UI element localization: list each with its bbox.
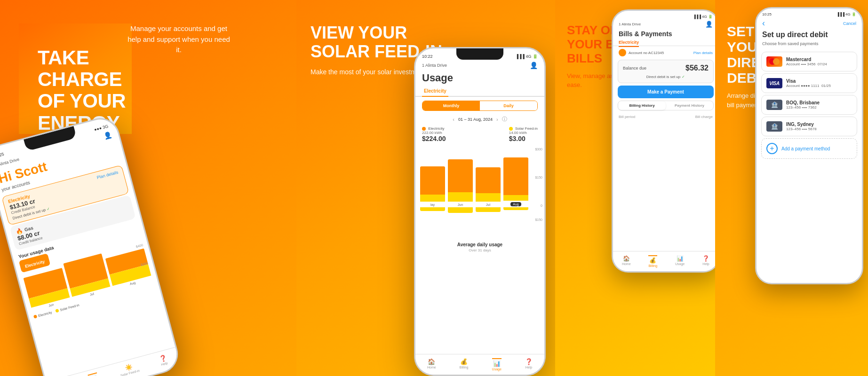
- phone4-ing-name: ING, Sydney: [786, 122, 852, 127]
- phone1-bar-jun: Jun: [24, 268, 71, 312]
- phone2-monthly-btn[interactable]: Monthly: [422, 101, 480, 110]
- phone2-time: 10:22: [422, 54, 433, 59]
- phone4-back-icon[interactable]: ‹: [762, 18, 765, 28]
- phone4-visa-info: Visa Account ●●●● 1111 01/25: [786, 78, 852, 88]
- phone2-title: Usage: [415, 70, 544, 86]
- phone3-address: 1 Alinta Drive: [619, 22, 641, 26]
- phone2-solar-amount: $3.00: [509, 135, 538, 142]
- phone2-nav-billing[interactable]: 💰 Billing: [460, 358, 469, 371]
- phone2-chart: $300 $150 0 $150 lay Jun: [415, 145, 544, 239]
- phone3-nav-billing[interactable]: 💰 Billing: [648, 255, 657, 267]
- phone3-account-no: Account no AC12345: [629, 51, 664, 55]
- phone2-date-row: ‹ 01 – 31 Aug, 2024 › ⓘ: [415, 115, 544, 124]
- phone3-nav-help[interactable]: ❓ Help: [702, 255, 709, 267]
- phone1-nav-help[interactable]: ❓ Help: [159, 354, 169, 368]
- phone3-plan-link[interactable]: Plan details: [693, 51, 713, 55]
- phone2-prev-arrow[interactable]: ‹: [453, 117, 454, 122]
- phone2-address: 1 Alinta Drive: [422, 63, 447, 68]
- phone3-account-info: Account no AC12345: [619, 49, 664, 56]
- phone3-alinta-logo: [619, 49, 626, 56]
- phone2-bottom-nav: 🏠 Home 💰 Billing 📊 Usage ❓ Help: [415, 354, 544, 375]
- phone2-bar-jul: Jul: [476, 167, 501, 206]
- phone4-bank-icon2: 🏦: [766, 121, 782, 132]
- phone4-title: Set up direct debit: [757, 29, 862, 40]
- phone1-nav-solar[interactable]: ☀️ Solar Feed-in: [118, 361, 141, 376]
- phone4-mc-info: Mastercard Account •••• 3456 07/24: [786, 57, 852, 66]
- phone2-y-max: $300: [535, 148, 542, 151]
- help-icon2: ❓: [525, 358, 533, 365]
- phone2-electricity-stat: Electricity 222.00 kWh $224.00: [422, 126, 446, 142]
- phone4-subtitle: Choose from saved payments: [757, 40, 862, 50]
- phone4-ing-info: ING, Sydney 123–456 •••• 5678: [786, 122, 852, 131]
- phone2-elec-kwh: 222.00 kWh: [422, 131, 446, 135]
- phone3-billing-history-tab[interactable]: Billing History: [618, 101, 666, 110]
- phone2-signal: ▐▐▐ 4G 🔋: [516, 54, 538, 59]
- phone3-nav-usage[interactable]: 📊 Usage: [675, 255, 685, 267]
- phone3-wrapper: ▐▐▐ 4G 🔋 1 Alinta Drive 👤 Bills & Paymen…: [612, 9, 715, 273]
- phone4-nav-bar: ‹ Cancel: [757, 16, 862, 29]
- phone1-bottom-nav: 📋 Billing 📊 Usage ☀️ Solar Feed-in ❓ Hel…: [46, 347, 181, 376]
- phone4-boq-card[interactable]: 🏦 BOQ, Brisbane 123–456 •••• 7362: [761, 95, 857, 115]
- phone2-elec-stat-label: Electricity: [422, 126, 446, 131]
- phone2-toggle-row: Monthly Daily: [422, 101, 538, 111]
- phone4-mc-num: Account •••• 3456 07/24: [786, 62, 852, 66]
- phone1-nav-usage[interactable]: 📊 Usage: [88, 372, 100, 376]
- phone3-signal: ▐▐▐ 4G 🔋: [693, 15, 713, 19]
- phone3-nav-home[interactable]: 🏠 Home: [622, 255, 631, 267]
- phone3-pay-btn[interactable]: Make a Payment: [618, 86, 714, 98]
- section-solar: VIEW YOUR SOLAR FEED-IN Make the most of…: [296, 0, 555, 376]
- phone4-ing-card[interactable]: 🏦 ING, Sydney 123–456 •••• 5678: [761, 117, 857, 136]
- phone2-electricity-tab[interactable]: Electricity: [422, 86, 448, 97]
- phone2-solar-stat-label: Solar Feed-in: [509, 126, 538, 131]
- phone1-bar-aug: Aug: [105, 248, 152, 290]
- phone2-nav-home[interactable]: 🏠 Home: [427, 358, 436, 371]
- phone2-tab-row: Electricity: [415, 86, 544, 97]
- billing-icon3: 💰: [649, 257, 656, 264]
- phone4-boq-info: BOQ, Brisbane 123–456 •••• 7362: [786, 100, 852, 110]
- phone2-nav-usage[interactable]: 📊 Usage: [492, 358, 502, 371]
- phone4-visa-card[interactable]: VISA Visa Account ●●●● 1111 01/25: [761, 73, 857, 93]
- phone4-cancel-btn[interactable]: Cancel: [843, 21, 856, 26]
- phone4-add-text: Add a payment method: [781, 146, 830, 151]
- phone2-date-range: 01 – 31 Aug, 2024: [458, 117, 493, 122]
- phone1-bar-jul: Jul: [63, 253, 111, 301]
- section-direct-debit: SET UP YOUR DIRECT DEBIT Arrange direct …: [715, 0, 868, 376]
- phone4-mastercard-icon: [766, 56, 782, 67]
- phone4-add-icon: +: [766, 143, 778, 154]
- usage-icon3: 📊: [677, 255, 684, 262]
- phone2-y-neg: $150: [535, 218, 542, 221]
- phone3-payment-history-tab[interactable]: Payment History: [666, 101, 713, 110]
- phone4: 10:25 ▐▐▐ 4G 🔋 ‹ Cancel Set up direct de…: [755, 7, 863, 284]
- phone3-balance-box: Balance due $56.32 Direct debit is set u…: [618, 60, 714, 83]
- phone2-daily-btn[interactable]: Daily: [480, 101, 537, 110]
- phone3-balance-label: Balance due: [623, 66, 646, 70]
- phone2-info-icon[interactable]: ⓘ: [502, 116, 507, 123]
- phone3-balance-row: Balance due $56.32: [623, 64, 709, 72]
- phone2-wrapper: 10:22 ▐▐▐ 4G 🔋 1 Alinta Drive 👤 Usage El…: [414, 47, 546, 376]
- phone3-bill-period-col: Bill period: [619, 115, 635, 119]
- phone3-address-bar: 1 Alinta Drive 👤: [613, 20, 715, 29]
- phone4-status-bar: 10:25 ▐▐▐ 4G 🔋: [757, 8, 862, 16]
- phone2-bar-may: lay: [420, 166, 445, 206]
- phone4-time: 10:25: [762, 12, 772, 16]
- phone4-boq-name: BOQ, Brisbane: [786, 100, 852, 105]
- phone2-bar-jun: Jun: [448, 159, 473, 206]
- phone4-add-payment[interactable]: + Add a payment method: [761, 138, 857, 159]
- phone2-nav-help[interactable]: ❓ Help: [525, 358, 533, 371]
- usage-icon2: 📊: [493, 360, 501, 367]
- phone3-bill-charge-col: Bill charge: [695, 115, 713, 119]
- phone4-signal: ▐▐▐ 4G 🔋: [836, 12, 856, 16]
- phone3-direct-debit: Direct debit is set up ✓: [623, 75, 709, 79]
- phone4-mastercard-card[interactable]: Mastercard Account •••• 3456 07/24: [761, 52, 857, 71]
- phone3-check-icon: ✓: [682, 75, 685, 79]
- phone3-account-row: Account no AC12345 Plan details: [613, 46, 715, 57]
- phone2-solar-bars: [420, 207, 538, 226]
- phone2-stats-row: Electricity 222.00 kWh $224.00 Solar Fee…: [415, 124, 544, 145]
- phone4-ing-num: 123–456 •••• 5678: [786, 127, 852, 131]
- phone2-next-arrow[interactable]: ›: [496, 117, 498, 122]
- phone2-avatar-icon: 👤: [530, 62, 538, 69]
- phone1-avatar-icon: 👤: [103, 131, 112, 140]
- phone4-visa-icon: VISA: [766, 78, 782, 88]
- section-take-charge: TAKE CHARGE OF YOUR ENERGY The freedom t…: [0, 0, 296, 376]
- phone2-elec-amount: $224.00: [422, 135, 446, 142]
